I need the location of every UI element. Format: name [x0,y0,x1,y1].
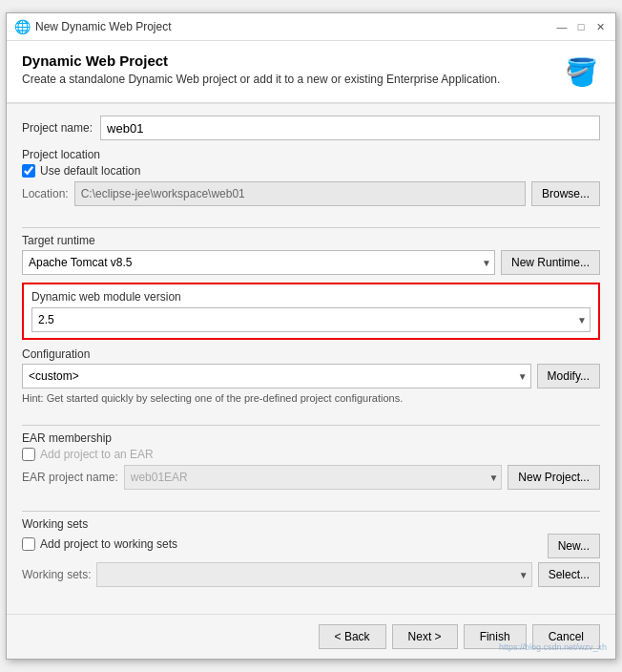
working-sets-dropdown-row: Working sets: ▼ Select... [22,562,600,587]
ear-membership-label: EAR membership [22,431,600,445]
project-name-input[interactable] [100,116,600,140]
use-default-location-row: Use default location [22,164,600,178]
form-area: Project name: Project location Use defau… [7,104,615,614]
target-runtime-label: Target runtime [22,234,600,247]
select-button[interactable]: Select... [538,562,600,587]
add-ear-checkbox[interactable] [22,448,35,461]
dynamic-module-dropdown-wrapper: 2.5 3.0 3.1 4.0 ▼ [31,307,591,332]
ear-project-name-select[interactable]: web01EAR [124,465,503,490]
browse-button[interactable]: Browse... [531,181,600,206]
modify-button[interactable]: Modify... [537,364,600,388]
configuration-label: Configuration [22,347,600,361]
title-bar: 🌐 New Dynamic Web Project — □ ✕ [7,13,615,41]
use-default-location-checkbox[interactable] [22,164,35,178]
next-button[interactable]: Next > [392,624,458,649]
dynamic-module-label: Dynamic web module version [31,290,591,304]
dynamic-module-select[interactable]: 2.5 3.0 3.1 4.0 [31,307,591,332]
window-title: New Dynamic Web Project [35,20,549,33]
header-text: Dynamic Web Project Create a standalone … [22,52,552,86]
new-working-set-button[interactable]: New... [548,534,600,558]
window-icon: 🌐 [14,19,30,34]
add-ear-row: Add project to an EAR [22,448,600,461]
add-ear-label: Add project to an EAR [40,448,154,461]
working-sets-label: Working sets [22,517,600,531]
new-project-button[interactable]: New Project... [508,465,600,490]
project-name-label: Project name: [22,121,93,135]
location-input[interactable] [74,181,526,206]
use-default-location-label: Use default location [40,164,140,178]
ear-membership-section: EAR membership Add project to an EAR EAR… [22,431,600,497]
footer-buttons: < Back Next > Finish Cancel [7,614,615,659]
dynamic-module-version-box: Dynamic web module version 2.5 3.0 3.1 4… [22,283,600,340]
add-working-sets-label: Add project to working sets [40,537,177,551]
header-section: Dynamic Web Project Create a standalone … [7,41,615,104]
location-label: Location: [22,187,69,200]
add-working-sets-checkbox[interactable] [22,537,35,551]
target-runtime-dropdown-wrapper: Apache Tomcat v8.5 ▼ [22,250,495,275]
target-runtime-row: Target runtime Apache Tomcat v8.5 ▼ New … [22,234,600,275]
configuration-dropdown-row: <custom> ▼ Modify... [22,364,600,388]
target-runtime-dropdown-row: Apache Tomcat v8.5 ▼ New Runtime... [22,250,600,275]
ear-project-name-label: EAR project name: [22,471,118,484]
hint-text: Hint: Get started quickly by selecting o… [22,392,600,404]
new-runtime-button[interactable]: New Runtime... [501,250,600,275]
close-button[interactable]: ✕ [592,19,608,34]
configuration-row: Configuration <custom> ▼ Modify... Hint:… [22,347,600,411]
project-name-row: Project name: [22,116,600,140]
ear-project-name-row: EAR project name: web01EAR ▼ New Project… [22,465,600,490]
header-icon: 🪣 [562,52,600,91]
working-sets-dropdown-wrapper: ▼ [96,562,531,587]
title-bar-controls: — □ ✕ [554,19,608,34]
working-sets-section: Working sets Add project to working sets… [22,517,600,595]
header-description: Create a standalone Dynamic Web project … [22,73,552,86]
main-window: 🌐 New Dynamic Web Project — □ ✕ Dynamic … [6,12,616,660]
finish-button[interactable]: Finish [464,624,527,649]
maximize-button[interactable]: □ [573,19,589,34]
target-runtime-select[interactable]: Apache Tomcat v8.5 [22,250,495,275]
configuration-dropdown-wrapper: <custom> ▼ [22,364,531,388]
header-title: Dynamic Web Project [22,52,552,69]
project-location-section: Project location Use default location Lo… [22,148,600,214]
configuration-select[interactable]: <custom> [22,364,531,388]
project-location-label: Project location [22,148,600,161]
working-sets-label2: Working sets: [22,568,91,581]
ear-project-name-dropdown-wrapper: web01EAR ▼ [124,465,503,490]
add-working-sets-row: Add project to working sets [22,537,177,551]
back-button[interactable]: < Back [319,624,386,649]
location-row: Location: Browse... [22,181,600,206]
minimize-button[interactable]: — [554,19,570,34]
cancel-button[interactable]: Cancel [532,624,600,649]
working-sets-select[interactable] [96,562,531,587]
